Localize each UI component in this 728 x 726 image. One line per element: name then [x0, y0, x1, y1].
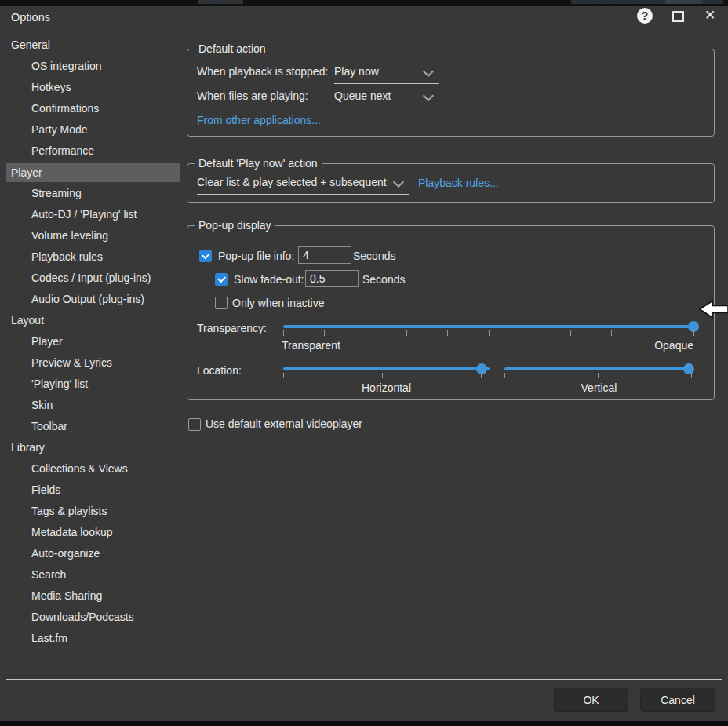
sidebar-item-search[interactable]: Search: [0, 564, 185, 586]
popup-file-info-seconds-input[interactable]: [298, 246, 351, 264]
group-legend: Pop-up display: [195, 219, 275, 232]
location-vertical-ticks: [504, 373, 693, 378]
sidebar-item-auto-dj-playing-list[interactable]: Auto-DJ / 'Playing' list: [0, 204, 185, 225]
location-vertical-slider-track[interactable]: [504, 367, 693, 370]
sidebar-item-playing-list[interactable]: 'Playing' list: [0, 374, 185, 395]
sidebar-item-layout-player[interactable]: Player: [0, 331, 185, 352]
dropdown-value: Play now: [334, 63, 379, 80]
sidebar-item-downloads-podcasts[interactable]: Downloads/Podcasts: [0, 607, 185, 628]
sidebar-item-label: Volume leveling: [31, 225, 108, 246]
background-window-sliver-bottom: [0, 721, 728, 726]
transparency-slider-track[interactable]: [283, 325, 694, 328]
sidebar-item-label: 'Playing' list: [31, 374, 88, 395]
sidebar-item-layout[interactable]: Layout: [0, 310, 185, 331]
sidebar-item-label: Library: [11, 437, 45, 458]
sidebar-item-party-mode[interactable]: Party Mode: [0, 119, 185, 140]
sidebar-item-label: Performance: [31, 140, 94, 162]
close-icon[interactable]: ✕: [702, 7, 718, 24]
transparency-slider-ticks: [283, 330, 695, 336]
sidebar-item-skin[interactable]: Skin: [0, 395, 185, 416]
chevron-down-icon: [393, 177, 404, 188]
location-horizontal-slider-track[interactable]: [283, 367, 490, 370]
ok-button[interactable]: OK: [554, 688, 628, 712]
background-window-fragment: [198, 0, 243, 4]
sidebar-item-audio-output-plugins[interactable]: Audio Output (plug-ins): [0, 289, 185, 310]
sidebar-item-label: General: [11, 35, 50, 56]
sidebar-item-confirmations[interactable]: Confirmations: [0, 98, 185, 119]
sidebar-item-collections-views[interactable]: Collections & Views: [0, 458, 185, 480]
transparency-min-label: Transparent: [282, 337, 340, 354]
sidebar-item-general[interactable]: General: [0, 35, 185, 56]
only-when-inactive-checkbox[interactable]: [215, 297, 228, 309]
sidebar-item-streaming[interactable]: Streaming: [0, 183, 185, 204]
from-other-applications-link[interactable]: From other applications...: [197, 111, 321, 129]
sidebar-item-hotkeys[interactable]: Hotkeys: [0, 77, 185, 98]
use-external-videoplayer-checkbox[interactable]: [188, 418, 201, 431]
sidebar-item-label: Confirmations: [31, 98, 99, 119]
sidebar-item-performance[interactable]: Performance: [0, 140, 185, 162]
settings-tree: General OS integration Hotkeys Confirmat…: [0, 35, 185, 649]
sidebar-item-volume-leveling[interactable]: Volume leveling: [0, 225, 185, 246]
sidebar-item-label: Streaming: [31, 183, 82, 204]
location-horizontal-label: Horizontal: [283, 379, 490, 396]
chevron-down-icon: [423, 90, 434, 101]
help-icon[interactable]: ?: [637, 8, 653, 24]
sidebar-item-player[interactable]: Player: [6, 163, 180, 182]
sidebar-item-last-fm[interactable]: Last.fm: [0, 628, 185, 649]
cancel-button[interactable]: Cancel: [640, 688, 715, 712]
chevron-down-icon: [423, 66, 434, 77]
files-playing-label: When files are playing:: [197, 87, 308, 104]
sidebar-item-tags-playlists[interactable]: Tags & playlists: [0, 501, 185, 522]
popup-file-info-unit: Seconds: [353, 247, 395, 264]
sidebar-item-media-sharing[interactable]: Media Sharing: [0, 586, 185, 607]
location-vertical-label: Vertical: [504, 379, 693, 396]
slow-fade-out-seconds-input[interactable]: [305, 270, 359, 287]
dialog-title: Options: [11, 9, 50, 26]
sidebar-item-label: Media Sharing: [31, 586, 102, 607]
sidebar-item-label: Toolbar: [31, 416, 67, 437]
sidebar-item-label: Fields: [31, 480, 60, 501]
dropdown-value: Clear list & play selected + subsequent: [197, 173, 387, 191]
sidebar-item-label: Hotkeys: [31, 77, 71, 98]
sidebar-item-label: Search: [31, 564, 66, 586]
playback-stopped-dropdown[interactable]: Play now: [334, 60, 439, 84]
background-window-sliver-top: [0, 0, 728, 6]
sidebar-item-label: Tags & playlists: [31, 501, 107, 522]
sidebar-item-label: Auto-DJ / 'Playing' list: [31, 204, 137, 225]
sidebar-item-preview-lyrics[interactable]: Preview & Lyrics: [0, 352, 185, 374]
sidebar-item-metadata-lookup[interactable]: Metadata lookup: [0, 522, 185, 543]
maximize-icon[interactable]: [672, 11, 684, 22]
popup-file-info-checkbox[interactable]: [199, 250, 212, 262]
sidebar-item-label: Player: [11, 163, 42, 182]
sidebar-item-label: Collections & Views: [31, 458, 128, 480]
slow-fade-out-label: Slow fade-out:: [234, 271, 304, 288]
sidebar-item-toolbar[interactable]: Toolbar: [0, 416, 185, 437]
sidebar-item-os-integration[interactable]: OS integration: [0, 56, 185, 77]
transparency-max-label: Opaque: [654, 337, 693, 354]
sidebar-item-label: Metadata lookup: [31, 522, 113, 543]
default-action-group: Default action When playback is stopped:…: [187, 49, 715, 137]
sidebar-item-label: Audio Output (plug-ins): [31, 289, 144, 310]
sidebar-item-label: Auto-organize: [31, 543, 100, 564]
sidebar-item-library[interactable]: Library: [0, 437, 185, 458]
popup-file-info-label: Pop-up file info:: [218, 247, 294, 264]
sidebar-item-playback-rules[interactable]: Playback rules: [0, 246, 185, 268]
sidebar-item-auto-organize[interactable]: Auto-organize: [0, 543, 185, 564]
play-now-action-dropdown[interactable]: Clear list & play selected + subsequent: [197, 171, 409, 195]
sidebar-item-label: Player: [31, 331, 63, 352]
playback-stopped-label: When playback is stopped:: [197, 63, 328, 80]
location-horizontal-ticks: [283, 373, 482, 378]
slow-fade-out-unit: Seconds: [362, 271, 405, 288]
slow-fade-out-checkbox[interactable]: [215, 273, 228, 286]
sidebar-item-label: Preview & Lyrics: [31, 352, 112, 374]
sidebar-item-fields[interactable]: Fields: [0, 480, 185, 501]
sidebar-item-codecs-input-plugins[interactable]: Codecs / Input (plug-ins): [0, 268, 185, 289]
location-label: Location:: [197, 362, 242, 379]
group-legend: Default action: [195, 42, 270, 56]
sidebar-item-label: Last.fm: [31, 628, 67, 649]
sidebar-item-label: OS integration: [31, 56, 102, 77]
use-external-videoplayer-label: Use default external videoplayer: [206, 415, 362, 432]
playback-rules-link[interactable]: Playback rules...: [418, 174, 499, 192]
files-playing-dropdown[interactable]: Queue next: [334, 85, 439, 108]
sidebar-item-label: Skin: [31, 395, 53, 416]
